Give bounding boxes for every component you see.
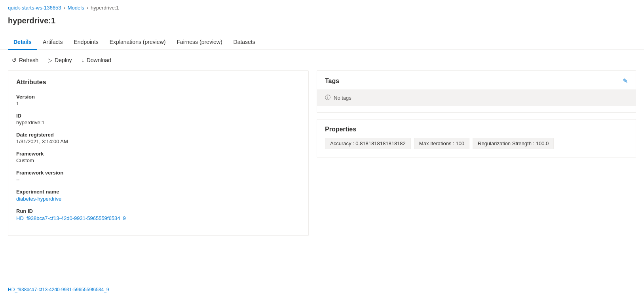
date-registered-label: Date registered [16, 132, 300, 138]
breadcrumb: quick-starts-ws-136653 › Models › hyperd… [0, 0, 644, 14]
framework-label: Framework [16, 151, 300, 157]
attributes-card: Attributes Version 1 ID hyperdrive:1 Dat… [8, 70, 309, 236]
deploy-icon: ▷ [48, 57, 52, 63]
property-accuracy: Accuracy : 0.8181818181818182 [325, 138, 411, 149]
tab-details[interactable]: Details [8, 36, 37, 50]
version-label: Version [16, 94, 300, 100]
no-tags-text: No tags [334, 95, 351, 101]
tab-fairness[interactable]: Fairness (preview) [171, 36, 228, 50]
left-panel: Attributes Version 1 ID hyperdrive:1 Dat… [8, 70, 309, 242]
attr-version: Version 1 [16, 94, 300, 106]
deploy-button[interactable]: ▷ Deploy [44, 55, 76, 66]
download-button[interactable]: ↓ Download [78, 55, 115, 66]
properties-grid: Accuracy : 0.8181818181818182 Max Iterat… [325, 138, 628, 149]
framework-version-label: Framework version [16, 170, 300, 176]
refresh-button[interactable]: ↺ Refresh [8, 55, 42, 66]
version-value: 1 [16, 101, 300, 106]
tags-title: Tags [325, 78, 339, 85]
attr-run-id: Run ID HD_f938bca7-cf13-42d0-9931-596555… [16, 208, 300, 221]
property-regularization: Regularization Strength : 100.0 [473, 138, 554, 149]
property-max-iterations: Max Iterations : 100 [414, 138, 469, 149]
download-label: Download [87, 57, 111, 63]
tab-explanations[interactable]: Explanations (preview) [104, 36, 171, 50]
info-icon: ⓘ [325, 94, 331, 101]
breadcrumb-current: hyperdrive:1 [91, 5, 119, 11]
date-registered-value: 1/31/2021, 3:14:00 AM [16, 138, 300, 144]
download-icon: ↓ [82, 57, 84, 63]
tab-artifacts[interactable]: Artifacts [37, 36, 68, 50]
deploy-label: Deploy [55, 57, 72, 63]
attributes-title: Attributes [16, 79, 300, 89]
edit-tags-icon[interactable]: ✎ [623, 77, 628, 85]
main-content: Attributes Version 1 ID hyperdrive:1 Dat… [0, 70, 644, 250]
tabs-container: Details Artifacts Endpoints Explanations… [0, 29, 644, 50]
properties-card: Properties Accuracy : 0.8181818181818182… [317, 119, 636, 157]
refresh-label: Refresh [19, 57, 38, 63]
breadcrumb-sep-2: › [87, 5, 88, 11]
attr-date-registered: Date registered 1/31/2021, 3:14:00 AM [16, 132, 300, 144]
breadcrumb-workspace[interactable]: quick-starts-ws-136653 [8, 5, 61, 11]
refresh-icon: ↺ [12, 57, 17, 63]
toolbar: ↺ Refresh ▷ Deploy ↓ Download [0, 50, 644, 70]
framework-version-value: -- [16, 176, 300, 182]
run-id-value[interactable]: HD_f938bca7-cf13-42d0-9931-5965559f6534_… [16, 215, 126, 221]
properties-title: Properties [325, 126, 628, 133]
attr-framework: Framework Custom [16, 151, 300, 163]
attr-id: ID hyperdrive:1 [16, 113, 300, 125]
id-label: ID [16, 113, 300, 119]
right-panel: Tags ✎ ⓘ No tags Properties Accuracy : 0… [317, 70, 636, 242]
no-tags-row: ⓘ No tags [317, 89, 636, 106]
attr-experiment-name: Experiment name diabetes-hyperdrive [16, 189, 300, 202]
breadcrumb-sep-1: › [63, 5, 65, 11]
page-title: hyperdrive:1 [0, 14, 644, 25]
attr-framework-version: Framework version -- [16, 170, 300, 182]
id-value: hyperdrive:1 [16, 119, 300, 125]
tab-datasets[interactable]: Datasets [228, 36, 261, 50]
framework-value: Custom [16, 157, 300, 163]
experiment-name-label: Experiment name [16, 189, 300, 195]
tags-card-header: Tags ✎ [317, 71, 636, 89]
experiment-name-value[interactable]: diabetes-hyperdrive [16, 196, 61, 202]
run-id-label: Run ID [16, 208, 300, 214]
tab-endpoints[interactable]: Endpoints [68, 36, 104, 50]
tags-card: Tags ✎ ⓘ No tags [317, 70, 636, 113]
breadcrumb-models[interactable]: Models [68, 5, 84, 11]
